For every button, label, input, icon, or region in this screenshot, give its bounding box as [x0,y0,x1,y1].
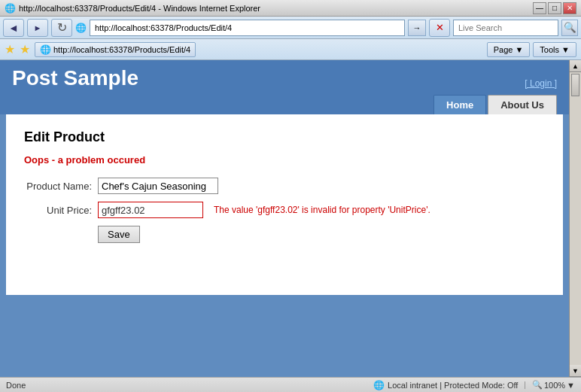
favorites-url[interactable]: 🌐 http://localhost:63378/Products/Edit/4 [35,42,196,57]
login-link[interactable]: Login [530,78,552,89]
go-button[interactable]: → [408,20,426,36]
home-tab[interactable]: Home [433,95,486,114]
search-button[interactable]: 🔍 [561,20,578,36]
scroll-thumb[interactable] [571,74,579,96]
scrollbar-right[interactable]: ▲ ▼ [569,60,581,377]
zone-text: Local intranet | Protected Mode: Off [388,381,518,390]
product-name-label: Product Name: [24,181,92,192]
page-button[interactable]: Page ▼ [487,42,531,57]
toolbar-buttons: Page ▼ Tools ▼ [487,42,576,57]
save-row: Save [24,226,545,243]
content-area: Edit Product Oops - a problem occured Pr… [6,114,563,295]
nav-bar: Home About Us [0,95,569,114]
zoom-control[interactable]: 🔍 100% ▼ [532,380,575,390]
back-button[interactable]: ◄ [3,19,24,37]
zoom-icon: 🔍 [532,380,543,390]
separator: | [524,381,526,389]
unit-price-label: Unit Price: [24,205,92,216]
app-title: Post Sample [12,66,138,95]
favorites-bar: ★ ★ 🌐 http://localhost:63378/Products/Ed… [0,39,581,60]
unit-price-input[interactable] [98,202,203,218]
scroll-down-button[interactable]: ▼ [570,365,581,377]
scroll-up-button[interactable]: ▲ [570,60,581,72]
maximize-button[interactable]: □ [548,2,561,14]
zoom-arrow: ▼ [567,381,575,390]
minimize-button[interactable]: — [533,2,546,14]
browser-favicon-addr: 🌐 [75,23,87,33]
page-title: Edit Product [24,129,545,145]
forward-button[interactable]: ► [27,19,48,37]
validation-message: The value 'gfgff23.02' is invalid for pr… [214,205,430,215]
search-input[interactable] [453,20,558,36]
zoom-text: 100% [544,381,565,390]
title-bar-text: http://localhost:63378/Products/Edit/4 -… [19,4,533,13]
unit-price-row: Unit Price: The value 'gfgff23.02' is in… [24,202,545,218]
status-zone: 🌐 Local intranet | Protected Mode: Off [373,380,518,390]
address-input[interactable] [90,20,405,36]
stop-button[interactable]: ✕ [429,19,450,37]
favorites-star-2[interactable]: ★ [20,42,30,56]
status-bar: Done 🌐 Local intranet | Protected Mode: … [0,377,581,392]
login-area: [ Login ] [525,78,557,95]
tools-button[interactable]: Tools ▼ [533,42,576,57]
address-bar: ◄ ► ↻ 🌐 → ✕ 🔍 [0,17,581,39]
status-text: Done [6,381,367,390]
page-wrapper: Post Sample [ Login ] Home About Us Edit… [0,60,581,377]
title-bar-buttons: — □ ✕ [533,2,576,14]
product-name-input[interactable] [98,178,218,194]
error-message: Oops - a problem occured [24,154,545,166]
title-bar: 🌐 http://localhost:63378/Products/Edit/4… [0,0,581,17]
scroll-track [570,72,581,365]
browser-favicon: 🌐 [5,3,16,14]
refresh-button[interactable]: ↻ [51,19,72,37]
zone-icon: 🌐 [373,380,385,390]
close-button[interactable]: ✕ [563,2,576,14]
favorites-star-1[interactable]: ★ [5,42,15,56]
page-area: Post Sample [ Login ] Home About Us Edit… [0,60,569,377]
about-tab[interactable]: About Us [488,95,557,114]
save-button[interactable]: Save [98,226,140,243]
product-name-row: Product Name: [24,178,545,194]
app-header: Post Sample [ Login ] [0,60,569,95]
